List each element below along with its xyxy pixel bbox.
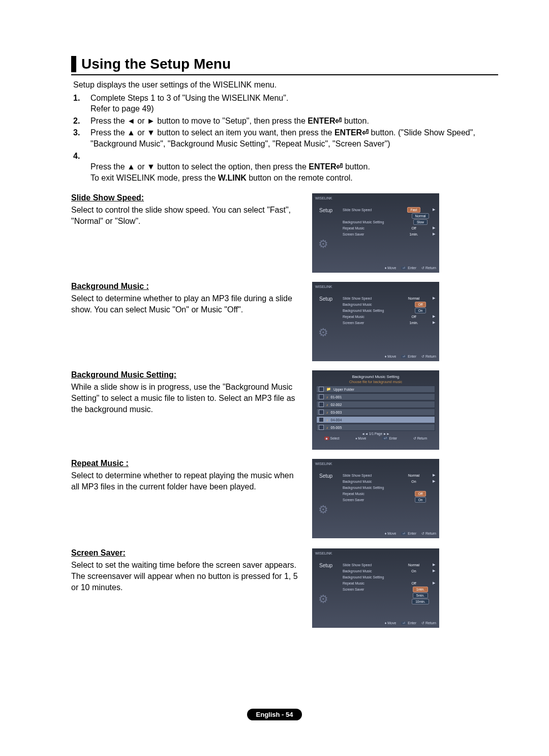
- osd-row-label: Screen Saver: [343, 232, 364, 236]
- osd-row-label: Repeat Music: [343, 315, 364, 318]
- osd-row-label: Background Music Setting: [343, 220, 384, 224]
- step-4: 4. Press the ▲ or ▼ button to select the…: [73, 151, 493, 184]
- osd-filelist-upper-folder[interactable]: 📁Upper Folder: [316, 386, 435, 393]
- heading-screen-saver: Screen Saver:: [71, 548, 126, 558]
- steps-list: 1. Complete Steps 1 to 3 of "Using the W…: [71, 93, 493, 184]
- osd-option-10min[interactable]: 10min.: [412, 599, 429, 604]
- step-number: 3.: [73, 127, 90, 149]
- osd-row-label: Slide Show Speed: [343, 563, 372, 567]
- osd-row-label: Screen Saver: [343, 321, 364, 325]
- heading-background-music: Background Music :: [71, 282, 149, 291]
- osd-row-label: Background Music Setting: [343, 486, 384, 489]
- osd-option-on[interactable]: On: [415, 497, 426, 503]
- osd-brand: WISELINK: [315, 285, 436, 288]
- text-screen-saver: Select to set the waiting time before th…: [71, 560, 303, 593]
- osd-value: 1min.: [399, 232, 429, 236]
- heading-repeat-music: Repeat Music :: [71, 459, 129, 468]
- osd-filelist-item[interactable]: ♪03-003: [316, 409, 435, 416]
- osd-row-label: Repeat Music: [343, 581, 364, 585]
- osd-filelist-subtitle: Choose file for background music: [316, 380, 435, 384]
- osd-filelist-item-selected[interactable]: ♪04-004: [316, 416, 435, 423]
- page-number-badge: English - 54: [247, 709, 302, 720]
- osd-pager: ◄◄ 1/1 Page ►►: [316, 432, 435, 435]
- osd-value: Normal: [399, 563, 429, 567]
- osd-row-label: Slide Show Speed: [343, 474, 372, 477]
- screenshot-background-music: WISELINK Setup ⚙︎ Slide Show SpeedNormal…: [312, 282, 439, 361]
- osd-setup-label: Setup: [319, 296, 332, 302]
- osd-row-label: Slide Show Speed: [343, 297, 372, 300]
- osd-helpbar: ♦ Move ⏎ Enter ↺ Return: [385, 355, 436, 359]
- osd-value: On: [399, 569, 429, 573]
- osd-value: 1min.: [399, 321, 429, 325]
- osd-row-label: Background Music: [343, 480, 372, 483]
- osd-value: Off: [399, 315, 429, 318]
- osd-option-normal[interactable]: Normal: [412, 213, 430, 219]
- section-background-music-setting: Background Music Setting: While a slide …: [71, 370, 493, 450]
- osd-row-label: Background Music: [343, 569, 372, 573]
- step-number: 1.: [73, 93, 90, 114]
- osd-helpbar: ♦ Move ⏎ Enter ↺ Return: [385, 266, 436, 270]
- osd-setup-label: Setup: [319, 473, 332, 479]
- osd-filelist-item[interactable]: ♪01-001: [316, 393, 435, 400]
- osd-option-on[interactable]: On: [415, 308, 426, 313]
- osd-option-slow[interactable]: Slow: [413, 219, 428, 225]
- osd-helpbar: ♦ Move ⏎ Enter ↺ Return: [385, 532, 436, 536]
- screenshot-repeat-music: WISELINK Setup ⚙︎ Slide Show SpeedNormal…: [312, 459, 439, 538]
- text-background-music-setting: While a slide show is in progress, use t…: [71, 382, 303, 415]
- osd-row-label: Background Music: [343, 303, 372, 306]
- heading-background-music-setting: Background Music Setting:: [71, 370, 176, 380]
- osd-value: Off: [399, 581, 429, 585]
- osd-row-label: Repeat Music: [343, 492, 364, 496]
- osd-row-label: Slide Show Speed: [343, 208, 372, 212]
- osd-option-off[interactable]: Off: [415, 491, 426, 497]
- page-title: Using the Setup Menu: [81, 56, 231, 72]
- osd-option-fast[interactable]: Fast: [407, 207, 421, 213]
- section-background-music: Background Music : Select to determine w…: [71, 282, 493, 361]
- step-text: Press the ▲ or ▼ button to select the op…: [90, 151, 493, 184]
- step-number: 2.: [73, 115, 90, 127]
- text-background-music: Select to determine whether to play an M…: [71, 293, 303, 315]
- heading-slide-show-speed: Slide Show Speed:: [71, 193, 144, 202]
- osd-row-label: Repeat Music: [343, 226, 364, 230]
- osd-option-1min[interactable]: 1min.: [413, 587, 428, 592]
- osd-filelist-title: Background Music Setting: [316, 374, 435, 379]
- osd-value: On: [399, 480, 429, 483]
- section-slide-show-speed: Slide Show Speed: Select to control the …: [71, 193, 493, 273]
- step-text: Press the ◄ or ► button to move to "Setu…: [90, 115, 493, 127]
- osd-brand: WISELINK: [315, 462, 436, 466]
- osd-helpbar: ♦ Move ⏎ Enter ↺ Return: [385, 621, 436, 625]
- enter-label: ENTER⏎: [334, 128, 369, 137]
- osd-row-label: Screen Saver: [343, 588, 364, 591]
- osd-filelist-item[interactable]: ♪05-005: [316, 424, 435, 431]
- page-footer: English - 54: [0, 709, 549, 720]
- osd-option-off[interactable]: Off: [415, 302, 426, 307]
- gear-icon: ⚙︎: [316, 592, 330, 606]
- section-screen-saver: Screen Saver: Select to set the waiting …: [71, 548, 493, 628]
- osd-brand: WISELINK: [315, 196, 436, 200]
- manual-page: Using the Setup Menu Setup displays the …: [0, 0, 549, 756]
- step-number: 4.: [73, 151, 90, 184]
- osd-setup-label: Setup: [319, 563, 332, 568]
- screenshot-slide-show-speed: WISELINK Setup ⚙︎ Slide Show SpeedFast▶ …: [312, 193, 439, 273]
- text-slide-show-speed: Select to control the slide show speed. …: [71, 205, 303, 226]
- osd-setup-label: Setup: [319, 208, 332, 213]
- step-2: 2. Press the ◄ or ► button to move to "S…: [73, 115, 493, 127]
- section-repeat-music: Repeat Music : Select to determine wheth…: [71, 459, 493, 538]
- screenshot-screen-saver: WISELINK Setup ⚙︎ Slide Show SpeedNormal…: [312, 548, 439, 628]
- osd-value: Normal: [399, 297, 429, 300]
- step-text: Press the ▲ or ▼ button to select an ite…: [90, 127, 493, 149]
- wlink-label: W.LINK: [218, 173, 247, 182]
- intro-text: Setup displays the user settings of the …: [73, 79, 493, 91]
- osd-row-label: Background Music Setting: [343, 309, 384, 312]
- step-text: Complete Steps 1 to 3 of "Using the WISE…: [90, 93, 493, 114]
- gear-icon: ⚙︎: [316, 503, 330, 517]
- osd-helpbar: ■ Select ♦ Move ⏎ Enter ↺ Return: [316, 437, 435, 441]
- osd-row-label: Screen Saver: [343, 498, 364, 502]
- osd-option-5min[interactable]: 5min.: [413, 593, 428, 598]
- step-1: 1. Complete Steps 1 to 3 of "Using the W…: [73, 93, 493, 114]
- osd-row-label: Background Music Setting: [343, 575, 384, 579]
- title-wrap: Using the Setup Menu: [71, 56, 498, 75]
- step-3: 3. Press the ▲ or ▼ button to select an …: [73, 127, 493, 149]
- osd-brand: WISELINK: [315, 551, 436, 555]
- osd-filelist-item[interactable]: ♪02-002: [316, 401, 435, 408]
